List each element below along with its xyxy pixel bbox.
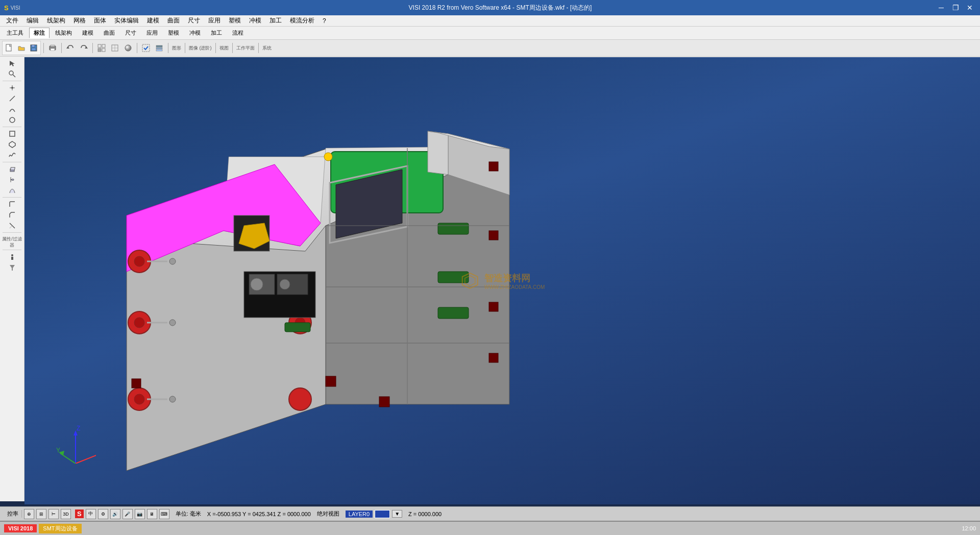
polygon-tool[interactable] [3, 139, 21, 150]
svg-marker-46 [10, 61, 15, 66]
minimize-button[interactable]: ─ [935, 3, 947, 13]
window-controls: ─ ❐ ✕ [935, 3, 976, 13]
status-icon-3[interactable]: 🔊 [110, 509, 120, 519]
menu-wireframe[interactable]: 线架构 [43, 15, 69, 26]
status-icon-2[interactable]: ⚙ [98, 509, 108, 519]
print-button[interactable] [46, 42, 59, 54]
svg-point-104 [251, 278, 263, 290]
tab-flow[interactable]: 流程 [228, 28, 248, 38]
tab-die[interactable]: 冲模 [185, 28, 205, 38]
new-file-button[interactable] [3, 42, 15, 54]
separator-1 [43, 43, 44, 53]
status-icon-6[interactable]: 🖥 [147, 509, 157, 519]
properties-button[interactable] [3, 252, 21, 262]
rect-tool[interactable] [3, 129, 21, 139]
save-button[interactable] [28, 42, 40, 54]
status-icon-1[interactable]: 中 [86, 509, 96, 519]
line-tool[interactable] [3, 93, 21, 104]
status-icon-4[interactable]: 🎤 [122, 509, 133, 519]
tab-dim[interactable]: 尺寸 [120, 28, 141, 38]
spline-tool[interactable] [3, 150, 21, 160]
svg-rect-77 [489, 162, 498, 171]
tab-annotation[interactable]: 标注 [29, 28, 50, 38]
select-tool[interactable] [3, 58, 21, 68]
control-section: 控率 [4, 510, 22, 518]
coordinate-axes: Z X Y [55, 423, 96, 464]
svg-point-16 [125, 45, 131, 51]
status-icon-5[interactable]: 📷 [135, 509, 145, 519]
undo-button[interactable] [64, 42, 77, 54]
svg-rect-11 [102, 44, 105, 47]
point-tool[interactable] [3, 83, 21, 93]
tab-main[interactable]: 主工具 [2, 28, 28, 38]
menu-edit[interactable]: 编辑 [22, 15, 43, 26]
svg-rect-17 [142, 44, 150, 52]
sweep-tool[interactable] [3, 185, 21, 196]
status-ortho-button[interactable]: ⊢ [48, 509, 59, 519]
revolve-tool[interactable] [3, 175, 21, 185]
menu-flow[interactable]: 模流分析 [286, 15, 318, 26]
menu-mesh[interactable]: 网格 [69, 15, 90, 26]
tab-build[interactable]: 建模 [78, 28, 98, 38]
svg-rect-107 [132, 379, 141, 388]
select-all-button[interactable] [140, 42, 152, 54]
menu-apply[interactable]: 应用 [204, 15, 225, 26]
layer-badge: LAYER0 [346, 510, 373, 518]
menu-surface[interactable]: 面体 [90, 15, 110, 26]
svg-rect-81 [438, 223, 469, 234]
svg-rect-19 [156, 47, 162, 49]
viewport[interactable]: Z X Y 智造资料网 WWW.ZHIZAODATA.COM [24, 57, 980, 504]
menu-dim[interactable]: 尺寸 [184, 15, 204, 26]
trim-tool[interactable] [3, 221, 21, 231]
separator-4 [137, 43, 137, 53]
restore-button[interactable]: ❐ [949, 3, 962, 13]
taskbar-file-button[interactable]: SMT周边设备 [39, 524, 81, 533]
extrude-tool[interactable] [3, 164, 21, 174]
wireframe-view-button[interactable] [109, 42, 121, 54]
taskbar-app-button[interactable]: VISI 2018 [4, 524, 37, 532]
svg-rect-59 [10, 167, 15, 170]
svg-rect-18 [156, 50, 162, 51]
menu-curve[interactable]: 曲面 [163, 15, 184, 26]
menu-file[interactable]: 文件 [2, 15, 22, 26]
sidebar-sep-6 [3, 250, 22, 250]
open-file-button[interactable] [15, 42, 28, 54]
toolbar-tabs: 主工具 标注 线架构 建模 曲面 尺寸 应用 塑模 冲模 加工 流程 [0, 27, 980, 39]
tab-mold[interactable]: 塑模 [163, 28, 184, 38]
svg-rect-3 [32, 48, 36, 51]
layer-select-button[interactable]: ▼ [392, 510, 402, 518]
status-grid-button[interactable]: ⊞ [36, 509, 46, 519]
shade-button[interactable] [122, 42, 134, 54]
tab-apply[interactable]: 应用 [142, 28, 162, 38]
sidebar-sep-5 [3, 232, 22, 233]
tab-machining[interactable]: 加工 [206, 28, 227, 38]
zoom-tool[interactable] [3, 69, 21, 79]
redo-button[interactable] [78, 42, 90, 54]
status-snap-button[interactable]: ⊕ [24, 509, 34, 519]
menu-solid-edit[interactable]: 实体编辑 [110, 15, 143, 26]
svg-rect-0 [6, 44, 11, 51]
filter-button[interactable] [3, 262, 21, 273]
view-select-button[interactable] [95, 42, 108, 54]
svg-rect-83 [438, 307, 469, 319]
svg-rect-6 [51, 48, 55, 51]
menu-mold[interactable]: 塑模 [225, 15, 245, 26]
left-sidebar: 属性/过滤器 [0, 57, 24, 501]
separator-2 [61, 43, 62, 53]
status-3d-button[interactable]: 3D [61, 509, 71, 519]
tab-surface[interactable]: 曲面 [99, 28, 119, 38]
y-axis-label: Y [56, 447, 60, 454]
arc-tool[interactable] [3, 104, 21, 114]
menu-help[interactable]: ? [318, 16, 330, 26]
chamfer-tool[interactable] [3, 210, 21, 220]
status-icon-7[interactable]: ⌨ [159, 509, 169, 519]
fillet-tool[interactable] [3, 199, 21, 209]
menu-stamping[interactable]: 冲模 [245, 15, 265, 26]
separator-6 [185, 43, 185, 53]
layer-button[interactable] [153, 42, 165, 54]
close-button[interactable]: ✕ [964, 3, 976, 13]
menu-build[interactable]: 建模 [143, 15, 163, 26]
menu-machining[interactable]: 加工 [265, 15, 286, 26]
circle-tool[interactable] [3, 115, 21, 125]
tab-wireframe[interactable]: 线架构 [51, 28, 77, 38]
